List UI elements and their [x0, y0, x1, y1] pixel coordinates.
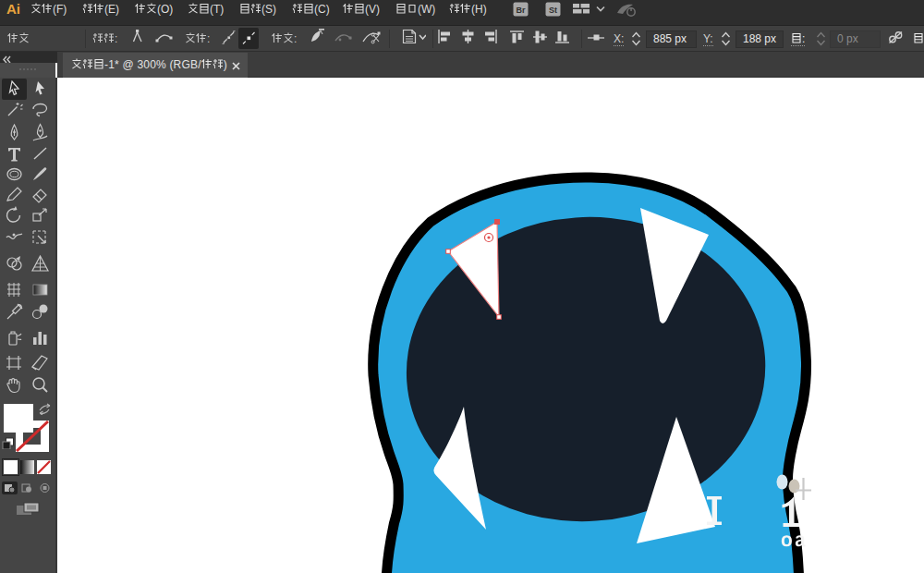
svg-text:Br: Br	[516, 6, 525, 15]
svg-text:St: St	[549, 6, 557, 15]
